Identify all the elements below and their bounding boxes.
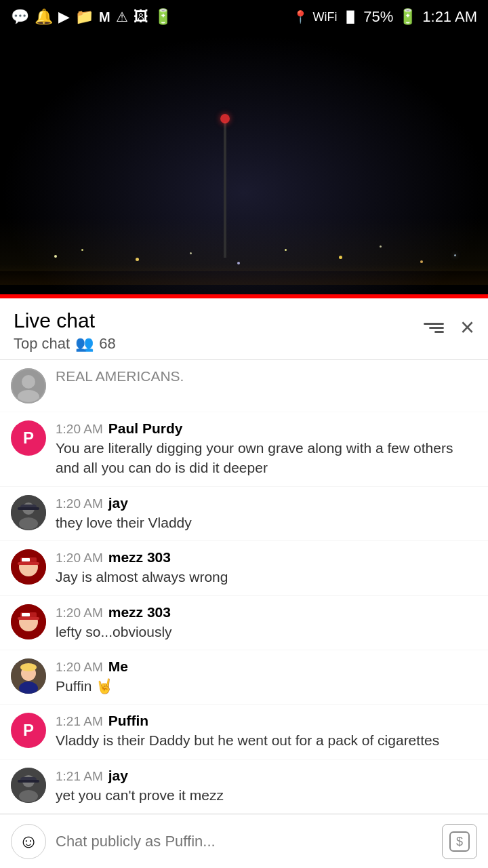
message-body: 1:20 AM jay they love their Vladdy <box>56 495 477 532</box>
message-author: mezz 303 <box>108 604 171 620</box>
video-frame <box>0 34 488 298</box>
alert-icon: ⚠ <box>116 9 128 25</box>
message-body: 1:20 AM Me Puffin 🤘 <box>56 658 477 696</box>
message-meta: 1:20 AM Me <box>56 658 477 675</box>
avatar <box>11 768 46 803</box>
signal-icon: ▐▌ <box>343 11 359 23</box>
list-item: 1:20 AM mezz 303 lefty so...obviously <box>0 596 488 650</box>
message-author: jay <box>108 495 128 511</box>
message-time: 1:20 AM <box>56 606 103 620</box>
svg-point-24 <box>19 790 38 802</box>
dollar-sign-icon: $ <box>449 831 470 852</box>
message-body: 1:20 AM mezz 303 Jay is almost always wr… <box>56 549 477 587</box>
message-time: 1:20 AM <box>56 496 103 511</box>
svg-rect-11 <box>18 562 39 565</box>
list-item: P 1:21 AM Puffin Vladdy is their Daddy b… <box>0 705 488 759</box>
list-item: P 1:20 AM Paul Purdy You are literally d… <box>0 412 488 487</box>
message-body: 1:21 AM Puffin Vladdy is their Daddy but… <box>56 713 477 750</box>
header-left: Live chat Top chat 👥 68 <box>14 309 116 353</box>
avatar <box>11 658 46 694</box>
progress-bar[interactable] <box>0 294 488 298</box>
emoji-icon: ☺ <box>19 831 39 852</box>
message-text: yet you can't prove it mezz <box>56 785 477 805</box>
viewers-count: 68 <box>99 335 115 353</box>
message-meta: 1:20 AM mezz 303 <box>56 549 477 566</box>
top-chat-label: Top chat <box>14 335 70 353</box>
youtube-icon: ▶ <box>58 8 70 26</box>
svg-rect-12 <box>22 558 30 561</box>
svg-point-21 <box>20 663 37 671</box>
svg-rect-16 <box>18 617 39 620</box>
svg-rect-26 <box>18 780 39 783</box>
message-text: they love their Vladdy <box>56 513 477 532</box>
viewers-icon: 👥 <box>75 335 94 353</box>
avatar <box>11 368 46 403</box>
list-item: 1:20 AM jay they love their Vladdy <box>0 487 488 541</box>
battery-icon: 🔋 <box>399 8 417 26</box>
video-player[interactable] <box>0 34 488 298</box>
avatar: P <box>11 713 46 748</box>
message-author: Paul Purdy <box>108 420 183 437</box>
status-bar-right: 📍 WiFi ▐▌ 75% 🔋 1:21 AM <box>293 8 477 26</box>
chat-input-area: ☺ $ <box>0 814 488 868</box>
message-body: REAL AMERICANS. <box>56 368 477 384</box>
m-icon: M <box>99 9 110 25</box>
avatar <box>11 495 46 530</box>
message-text: lefty so...obviously <box>56 622 477 642</box>
svg-point-5 <box>19 517 38 530</box>
chat-input[interactable] <box>56 833 432 850</box>
message-body: 1:21 AM jay yet you can't prove it mezz <box>56 768 477 805</box>
live-chat-header: Live chat Top chat 👥 68 × <box>0 298 488 360</box>
svg-rect-17 <box>22 613 30 616</box>
location-icon: 📍 <box>293 9 308 24</box>
message-body: 1:20 AM Paul Purdy You are literally dig… <box>56 420 477 478</box>
message-time: 1:20 AM <box>56 551 103 566</box>
message-text: Puffin 🤘 <box>56 676 477 696</box>
message-time: 1:21 AM <box>56 714 103 729</box>
folder-icon: 📁 <box>75 8 94 26</box>
wifi-icon: WiFi <box>313 10 338 24</box>
emoji-button[interactable]: ☺ <box>11 824 46 859</box>
message-body: 1:20 AM mezz 303 lefty so...obviously <box>56 604 477 642</box>
avatar <box>11 549 46 585</box>
send-money-button[interactable]: $ <box>442 824 477 859</box>
list-item: 1:20 AM Me Puffin 🤘 <box>0 650 488 705</box>
clock: 1:21 AM <box>422 8 477 26</box>
message-author: Me <box>108 658 128 675</box>
filter-button[interactable] <box>424 323 444 333</box>
avatar <box>11 604 46 639</box>
list-item: 1:21 AM jay yet you can't prove it mezz <box>0 760 488 814</box>
message-text: REAL AMERICANS. <box>56 368 184 384</box>
message-time: 1:20 AM <box>56 660 103 675</box>
notification-icon: 🔔 <box>35 8 53 26</box>
svg-rect-7 <box>18 507 39 510</box>
message-text: Jay is almost always wrong <box>56 567 477 587</box>
list-item: 1:20 AM mezz 303 Jay is almost always wr… <box>0 541 488 595</box>
message-meta: 1:20 AM Paul Purdy <box>56 420 477 437</box>
header-actions: × <box>424 313 474 342</box>
status-bar-left: 💬 🔔 ▶ 📁 M ⚠ 🖼 🔋 <box>11 8 172 26</box>
message-meta: 1:21 AM jay <box>56 768 477 784</box>
battery-saver-icon: 🔋 <box>154 8 172 26</box>
message-meta: 1:21 AM Puffin <box>56 713 477 729</box>
message-text: Vladdy is their Daddy but he went out fo… <box>56 730 477 750</box>
top-chat-row: Top chat 👥 68 <box>14 335 116 353</box>
message-time: 1:21 AM <box>56 769 103 784</box>
list-item: REAL AMERICANS. <box>0 360 488 412</box>
svg-text:$: $ <box>456 835 463 848</box>
message-author: jay <box>108 768 128 784</box>
status-bar: 💬 🔔 ▶ 📁 M ⚠ 🖼 🔋 📍 WiFi ▐▌ 75% 🔋 1:21 AM <box>0 0 488 34</box>
image-icon: 🖼 <box>134 8 148 26</box>
message-meta: 1:20 AM jay <box>56 495 477 511</box>
close-button[interactable]: × <box>460 313 474 342</box>
chat-messages-list: REAL AMERICANS. P 1:20 AM Paul Purdy You… <box>0 360 488 868</box>
battery-percent: 75% <box>363 8 393 26</box>
message-text: You are literally digging your own grave… <box>56 438 477 478</box>
message-time: 1:20 AM <box>56 422 103 437</box>
message-icon: 💬 <box>11 8 29 26</box>
message-author: Puffin <box>108 713 148 729</box>
svg-point-0 <box>22 375 35 389</box>
live-chat-title: Live chat <box>14 309 116 332</box>
message-meta: 1:20 AM mezz 303 <box>56 604 477 620</box>
message-author: mezz 303 <box>108 549 171 566</box>
